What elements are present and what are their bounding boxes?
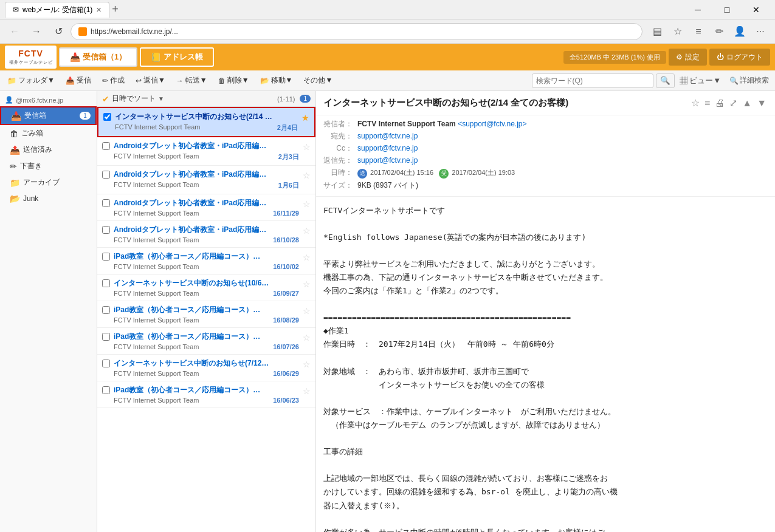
email-star-11[interactable]: ☆ [303,386,311,396]
email-list-item-5[interactable]: Androidタブレット初心者教室・iPad応用編… FCTV Internet… [97,221,315,248]
email-checkbox-8[interactable] [102,306,110,314]
minimize-btn[interactable]: ─ [684,1,712,19]
email-list-item-2[interactable]: Androidタブレット初心者教室・iPad応用編… FCTV Internet… [97,137,315,166]
inbox-tab[interactable]: 📥 受信箱（1） [59,47,137,67]
reader-view-btn[interactable]: ▤ [647,22,667,41]
meta-size-row: サイズ： 9KB (8937 バイト) [323,180,768,191]
sidebar-item-inbox[interactable]: 📥 受信箱 1 [0,106,97,125]
compose-btn[interactable]: ✏ 作成 [97,73,129,89]
tools-btn[interactable]: ✏ [709,22,729,41]
sidebar-item-junk[interactable]: 📂 Junk [0,191,97,206]
sort-dropdown-btn[interactable]: ▼ [158,95,164,102]
inbox-folder-icon: 📥 [11,111,21,121]
email-list-item-8[interactable]: iPad教室（初心者コース／応用編コース）… FCTV Internet Sup… [97,301,315,328]
email-star-5[interactable]: ☆ [303,226,311,236]
inbox-badge: 1 [80,112,91,120]
email-checkbox-6[interactable] [102,253,110,261]
view-btn[interactable]: ▦ ビュー▼ [676,73,725,88]
email-checkbox-5[interactable] [102,226,110,234]
addressbook-tab[interactable]: 📒 アドレス帳 [140,47,214,67]
from-name: FCTV Internet Support Team <support@fctv… [357,120,527,128]
reply-icon: ↩ [136,77,142,85]
bookmark-btn[interactable]: ☆ [668,22,687,41]
list-view-btn[interactable]: ≡ [703,97,711,110]
email-content-10: インターネットサービス中断のお知らせ(7/12… FCTV Internet S… [114,358,299,377]
search-btn[interactable]: 🔍 [656,73,675,88]
profile-btn[interactable]: 👤 [730,22,749,41]
new-tab-btn[interactable]: + [112,3,119,16]
back-btn[interactable]: ← [5,22,24,41]
sidebar-item-sent[interactable]: 📤 送信済み [0,142,97,158]
email-list-item-4[interactable]: Androidタブレット初心者教室・iPad応用編… FCTV Internet… [97,194,315,221]
inbox-folder-label: 受信箱 [24,111,46,121]
collapse-btn[interactable]: ▲ [741,97,753,110]
forward-btn[interactable]: → 転送▼ [171,73,212,89]
sent-date: 送 2017/02/04(土) 15:16 受 2017/02/04(土) 19… [357,168,515,179]
delete-btn[interactable]: 🗑 削除▼ [213,73,254,89]
email-star-8[interactable]: ☆ [303,306,311,316]
email-subject-10: インターネットサービス中断のお知らせ(7/12… [114,358,299,369]
email-list-item-9[interactable]: iPad教室（初心者コース／応用編コース）… FCTV Internet Sup… [97,328,315,355]
sidebar-item-archive[interactable]: 📁 アーカイブ [0,174,97,191]
sort-icon: ✔ [102,94,109,104]
settings-btn[interactable]: ⚙ 設定 [669,49,707,66]
logout-btn[interactable]: ⏻ ログアウト [709,49,770,66]
forward-btn[interactable]: → [27,22,46,41]
receive-btn[interactable]: 📥 受信 [61,73,96,89]
email-star-10[interactable]: ☆ [303,360,311,369]
email-list-item-6[interactable]: iPad教室（初心者コース／応用編コース）… FCTV Internet Sup… [97,248,315,275]
email-star-2[interactable]: ☆ [303,142,311,152]
move-icon: 📂 [260,77,269,85]
email-checkbox-1[interactable] [103,113,111,121]
email-star-4[interactable]: ☆ [303,199,311,209]
address-bar[interactable]: https://webmail.fctv.ne.jp/... [71,23,642,40]
close-btn[interactable]: ✕ [742,1,770,19]
email-checkbox-4[interactable] [102,199,110,207]
email-list-item-3[interactable]: Androidタブレット初心者教室・iPad応用編… FCTV Internet… [97,166,315,194]
sidebar-item-draft[interactable]: ✏ 下書き [0,158,97,174]
refresh-btn[interactable]: ↺ [49,22,68,41]
email-checkbox-7[interactable] [102,279,110,287]
more-menu-btn[interactable]: ··· [751,22,770,41]
email-star-6[interactable]: ☆ [303,253,311,262]
email-star-9[interactable]: ☆ [303,333,311,343]
other-btn[interactable]: その他▼ [298,73,337,89]
move-btn[interactable]: 📂 移動▼ [255,73,298,89]
email-list-item-7[interactable]: インターネットサービス中断のお知らせ(10/6… FCTV Internet S… [97,275,315,301]
print-btn[interactable]: 🖨 [714,97,726,110]
sidebar-item-trash[interactable]: 🗑 ごみ箱 [0,125,97,142]
email-checkbox-3[interactable] [102,171,110,179]
view-icon: ▦ [680,76,687,85]
meta-to-row: 宛先： support@fctv.ne.jp [323,131,768,142]
email-checkbox-11[interactable] [102,386,110,394]
email-list-item-10[interactable]: インターネットサービス中断のお知らせ(7/12… FCTV Internet S… [97,355,315,381]
detail-search-btn[interactable]: 🔍 詳細検索 [726,73,773,87]
email-content-9: iPad教室（初心者コース／応用編コース）… FCTV Internet Sup… [114,332,299,350]
browser-toolbar: ← → ↺ https://webmail.fctv.ne.jp/... ▤ ☆… [0,19,775,44]
email-sender-9: FCTV Internet Support Team 16/07/26 [114,343,299,350]
expand-btn[interactable]: ▼ [756,97,768,110]
tab-close-btn[interactable]: ✕ [96,6,102,14]
folder-btn[interactable]: 📁 フォルダ▼ [2,73,60,89]
email-date-4: 16/11/29 [273,210,299,217]
email-star-7[interactable]: ☆ [303,279,311,289]
search-input[interactable] [532,73,653,88]
star-btn[interactable]: ☆ [690,96,701,110]
email-date-5: 16/10/28 [273,236,299,244]
maximize-btn[interactable]: □ [713,1,741,19]
email-checkbox-9[interactable] [102,333,110,341]
reply-btn[interactable]: ↩ 返信▼ [131,73,170,89]
send-icon: 送 [357,169,367,179]
email-list-item-1[interactable]: インターネットサービス中断のお知らせ(2/14 … FCTV Internet … [97,107,315,137]
hamburger-menu-btn[interactable]: ≡ [689,22,708,41]
email-star-3[interactable]: ☆ [303,171,311,180]
receive-icon: 📥 [66,77,75,85]
email-content-5: Androidタブレット初心者教室・iPad応用編… FCTV Internet… [114,225,299,244]
email-checkbox-10[interactable] [102,360,110,367]
email-list-item-11[interactable]: iPad教室（初心者コース／応用編コース）… FCTV Internet Sup… [97,381,315,408]
tab-title: webメール: 受信箱(1) [22,5,92,15]
fullscreen-btn[interactable]: ⤢ [728,96,739,110]
active-tab[interactable]: ✉ webメール: 受信箱(1) ✕ [5,2,109,18]
email-checkbox-2[interactable] [102,142,110,150]
email-star-1[interactable]: ★ [301,113,309,123]
